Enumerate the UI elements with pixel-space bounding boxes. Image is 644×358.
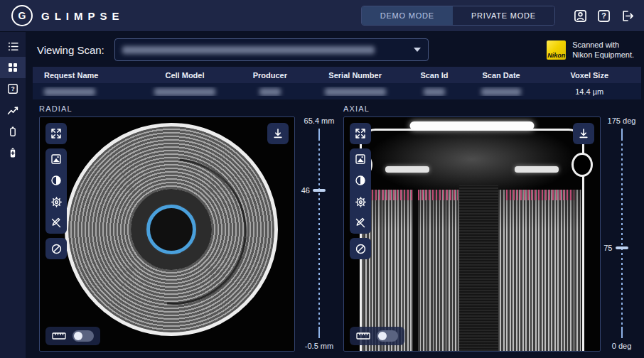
help-icon[interactable]: ? — [597, 9, 611, 23]
topbar: G GLIMPSE DEMO MODE PRIVATE MODE ? — [0, 0, 644, 32]
sidebar: ? — [0, 31, 26, 358]
table-header-row: Request Name Cell Model Producer Serial … — [33, 67, 641, 83]
axial-title: AXIAL — [343, 104, 601, 116]
slider-track[interactable] — [621, 129, 623, 338]
glimpse-logo-icon: G — [11, 5, 33, 26]
contrast-icon[interactable] — [350, 170, 371, 191]
slider-handle[interactable]: 46 — [295, 189, 343, 192]
demo-mode-button[interactable]: DEMO MODE — [362, 6, 453, 25]
axial-tool-group — [350, 148, 371, 234]
table-row[interactable]: 14.4 µm — [33, 83, 641, 99]
col-voxel-size: Voxel Size — [537, 71, 641, 80]
nikon-badge-line1: Scanned with — [572, 40, 634, 50]
axial-angle-slider: 175 deg 75 0 deg — [601, 116, 643, 350]
slider-min-label: 0 deg — [601, 342, 643, 350]
nikon-badge: Nikon Scanned with Nikon Equipment. — [547, 40, 644, 60]
mode-toggle: DEMO MODE PRIVATE MODE — [361, 6, 555, 26]
account-icon[interactable] — [574, 9, 587, 23]
slider-track-wrap: 75 — [601, 129, 643, 338]
topbar-actions: DEMO MODE PRIVATE MODE ? — [361, 6, 644, 26]
svg-text:?: ? — [601, 11, 606, 20]
no-overlay-icon[interactable] — [45, 238, 67, 259]
sidebar-item-list[interactable] — [0, 36, 26, 57]
chevron-down-icon — [414, 48, 421, 52]
nikon-badge-line2: Nikon Equipment. — [572, 50, 634, 60]
col-cell-model: Cell Model — [136, 71, 234, 80]
contrast-icon[interactable] — [45, 170, 67, 191]
redacted-value — [424, 88, 445, 96]
axial-toolbar — [350, 123, 371, 259]
brand: G GLIMPSE — [0, 5, 124, 26]
redacted-value — [259, 88, 281, 96]
radial-scan-image[interactable] — [39, 116, 295, 352]
toggle-knob — [378, 332, 387, 340]
slider-track[interactable] — [318, 129, 320, 338]
axial-scan-image[interactable] — [343, 116, 601, 352]
sidebar-item-scans[interactable] — [0, 57, 26, 78]
electrode-tips-right — [506, 190, 574, 200]
center-core-column — [459, 185, 498, 351]
toggle-knob — [74, 332, 82, 340]
gear-icon[interactable] — [45, 191, 67, 212]
voxel-size-value: 14.4 µm — [537, 87, 641, 96]
help-icon: ? — [7, 83, 18, 94]
measure-toggle[interactable] — [73, 330, 94, 342]
battery-charge-icon — [7, 147, 18, 158]
no-overlay-icon[interactable] — [350, 238, 371, 259]
image-icon[interactable] — [45, 148, 67, 170]
radial-depth-slider: 65.4 mm 46 -0.5 mm — [295, 116, 343, 350]
redacted-scan-name — [122, 46, 375, 54]
radial-measure-controls — [45, 327, 100, 345]
nikon-badge-text: Scanned with Nikon Equipment. — [572, 40, 634, 60]
pen-off-icon[interactable] — [45, 212, 67, 234]
viewing-scan-row: Viewing Scan: Nikon Scanned with Nikon E… — [37, 38, 644, 61]
top-cap-highlight — [410, 121, 535, 130]
redacted-value — [481, 88, 521, 96]
ruler-icon — [52, 331, 66, 341]
slider-handle[interactable]: 75 — [601, 246, 643, 249]
private-mode-button[interactable]: PRIVATE MODE — [453, 6, 554, 25]
slider-min-label: -0.5 mm — [295, 342, 343, 350]
gear-icon[interactable] — [350, 191, 371, 212]
redacted-value — [44, 88, 95, 96]
slider-value: 75 — [603, 244, 612, 252]
crimp-groove-right — [571, 153, 593, 177]
shoulder-highlight-right — [515, 166, 559, 173]
axial-measure-controls — [350, 327, 404, 345]
scan-table: Request Name Cell Model Producer Serial … — [33, 67, 641, 99]
ruler-icon — [356, 331, 370, 341]
radial-viewer: RADIAL — [39, 104, 295, 352]
image-icon[interactable] — [350, 148, 371, 170]
viewing-scan-label: Viewing Scan: — [37, 44, 104, 56]
nikon-logo: Nikon — [547, 40, 566, 60]
redacted-value — [325, 88, 386, 96]
slider-track-wrap: 46 — [295, 129, 343, 338]
scan-select-dropdown[interactable] — [114, 38, 429, 61]
logout-icon[interactable] — [621, 9, 634, 23]
slider-max-label: 175 deg — [601, 116, 643, 125]
sidebar-item-cell[interactable] — [0, 121, 26, 142]
download-icon[interactable] — [573, 123, 594, 144]
col-serial-number: Serial Number — [306, 71, 404, 80]
list-icon — [7, 40, 19, 53]
stack-gap — [413, 190, 418, 351]
slider-value: 46 — [301, 186, 310, 195]
shoulder-highlight-left — [385, 166, 429, 173]
pen-off-icon[interactable] — [350, 212, 371, 234]
viewers-row: RADIAL — [39, 104, 644, 352]
col-producer: Producer — [233, 71, 306, 80]
sidebar-item-cell-add[interactable] — [0, 142, 26, 163]
sidebar-item-analytics[interactable] — [0, 99, 26, 121]
expand-icon[interactable] — [45, 123, 67, 144]
measure-toggle[interactable] — [377, 330, 398, 342]
sidebar-item-help[interactable]: ? — [0, 78, 26, 99]
download-icon[interactable] — [267, 123, 289, 144]
axial-viewer: AXIAL — [343, 104, 601, 352]
main-content: Viewing Scan: Nikon Scanned with Nikon E… — [26, 31, 644, 358]
col-request-name: Request Name — [33, 71, 136, 80]
expand-icon[interactable] — [350, 123, 371, 144]
app-root: G GLIMPSE DEMO MODE PRIVATE MODE ? — [0, 0, 644, 358]
brand-title: GLIMPSE — [41, 10, 124, 22]
battery-icon — [7, 126, 18, 137]
svg-text:?: ? — [11, 85, 14, 92]
